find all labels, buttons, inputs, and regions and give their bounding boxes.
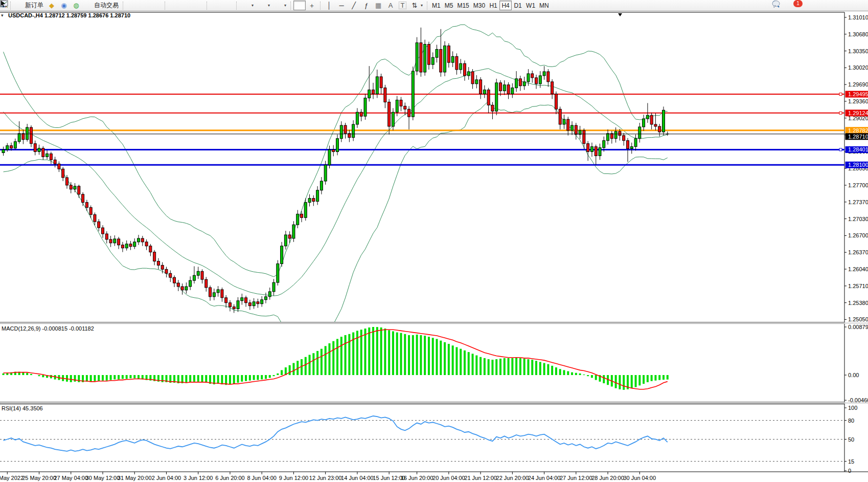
zoom-in-icon xyxy=(170,2,178,10)
fibonacci-tool-button[interactable]: ƒ xyxy=(360,1,372,10)
chevron-down-icon: ▾ xyxy=(268,3,270,8)
trendline-tool-button[interactable]: ╱ xyxy=(348,1,360,10)
chart-title-ohlc: USDCAD-,H4 1.28712 1.28759 1.28676 1.287… xyxy=(8,12,130,18)
timeframe-button-m5[interactable]: M5 xyxy=(443,1,455,10)
rsi-axis-label: 80 xyxy=(848,418,854,424)
new-order-button[interactable]: 新订单 xyxy=(13,1,45,10)
macd-axis-label: 0.00 xyxy=(848,372,859,378)
text-tool-button[interactable]: A xyxy=(384,1,397,10)
signals-icon: ◍ xyxy=(72,2,80,10)
price-axis-label: 1.26700 xyxy=(848,232,868,238)
auto-scroll-button[interactable] xyxy=(210,1,222,10)
template-icon xyxy=(274,2,282,10)
time-axis-label: 31 May 20:00 xyxy=(118,475,152,481)
horizontal-price-lines[interactable] xyxy=(0,93,844,165)
time-axis-label: 30 May 12:00 xyxy=(86,475,120,481)
time-axis-label: 24 May 2022 xyxy=(0,475,24,481)
price-axis-label: 1.30020 xyxy=(848,64,868,71)
chevron-down-icon: ▾ xyxy=(421,3,423,8)
vertical-line-icon: │ xyxy=(325,2,333,10)
price-axis-label: 1.27370 xyxy=(848,199,868,205)
toolbar-separator xyxy=(290,2,291,10)
time-axis-label: 3 Jun 12:00 xyxy=(184,475,213,481)
rsi-axis: 1008050150 xyxy=(844,405,857,474)
signals-button[interactable]: ◍ xyxy=(70,1,82,10)
arrows-tool-button[interactable]: ⇅▾ xyxy=(408,1,425,10)
notification-count-badge[interactable]: 1 xyxy=(793,0,803,7)
symbol-dropdown-icon[interactable]: ▾ xyxy=(1,13,4,18)
timeframe-button-m30[interactable]: M30 xyxy=(471,1,487,10)
templates-button[interactable]: ▾ xyxy=(272,1,288,10)
timeframe-button-d1[interactable]: D1 xyxy=(512,1,524,10)
time-axis[interactable]: 24 May 202225 May 20:0027 May 04:0030 Ma… xyxy=(0,472,656,481)
price-axis-label: 1.26370 xyxy=(848,249,868,255)
price-axis-label: 1.31010 xyxy=(848,14,868,20)
chart-area[interactable]: 1.310101.306801.303501.300201.296901.293… xyxy=(0,0,868,482)
horizontal-line-tool-button[interactable]: ─ xyxy=(335,1,348,10)
price-badge: 1.29495 xyxy=(848,91,868,97)
price-axis-label: 1.25380 xyxy=(848,300,868,306)
autotrading-button[interactable]: 自动交易 xyxy=(82,1,121,10)
bar-chart-mode-button[interactable] xyxy=(126,1,138,10)
fibonacci-icon: ƒ xyxy=(362,2,370,10)
timeframe-button-h4[interactable]: H4 xyxy=(499,1,512,10)
time-axis-label: 21 Jun 12:00 xyxy=(464,475,497,481)
timeframe-button-w1[interactable]: W1 xyxy=(524,1,537,10)
time-axis-label: 20 Jun 04:00 xyxy=(432,475,465,481)
tile-windows-icon xyxy=(194,2,202,10)
line-chart-mode-button[interactable] xyxy=(150,1,163,10)
macd-axis-label: 0.008791 xyxy=(848,324,868,330)
timeframe-button-mn[interactable]: MN xyxy=(537,1,551,10)
price-axis-label: 1.29690 xyxy=(848,81,868,87)
rsi-indicator-label: RSI(14) 45.3506 xyxy=(2,405,43,411)
time-axis-label: 24 Jun 04:00 xyxy=(528,475,561,481)
chart-shift-marker[interactable] xyxy=(618,13,622,16)
chart-shift-button[interactable] xyxy=(222,1,234,10)
timeframe-button-m1[interactable]: M1 xyxy=(430,1,443,10)
timeframe-button-m15[interactable]: M15 xyxy=(455,1,471,10)
rsi-name: RSI(14) xyxy=(2,405,21,411)
crosshair-tool-button[interactable]: ＋ xyxy=(306,1,318,10)
price-axis[interactable]: 1.310101.306801.303501.300201.296901.293… xyxy=(844,14,868,322)
periods-button[interactable]: ▾ xyxy=(256,1,272,10)
zoom-in-button[interactable] xyxy=(168,1,180,10)
candlestick-icon xyxy=(140,2,148,10)
price-axis-label: 1.25710 xyxy=(848,283,868,289)
main-toolbar: 新订单 ◆ ◉ ◍ 自动交易 ▾ ▾ ▾ ＋ │ ─ ╱ ƒ ▦ A T ⇅▾ … xyxy=(0,0,868,11)
tile-windows-button[interactable] xyxy=(192,1,204,10)
cursor-tool-button[interactable] xyxy=(293,1,306,10)
macd-histogram xyxy=(4,327,668,390)
macd-axis: 0.0087910.00-0.004601 xyxy=(844,324,868,403)
toolbar-separator xyxy=(236,2,237,10)
vertical-line-tool-button[interactable]: │ xyxy=(323,1,335,10)
price-axis-label: 1.25050 xyxy=(848,316,868,322)
pane-splitters[interactable] xyxy=(0,323,868,404)
toolbar-separator xyxy=(207,2,208,10)
bar-chart-icon xyxy=(128,2,136,10)
market-watch-button[interactable]: ◉ xyxy=(58,1,70,10)
time-axis-label: 25 May 20:00 xyxy=(22,475,56,481)
new-order-icon xyxy=(15,2,24,10)
zoom-out-button[interactable] xyxy=(180,1,192,10)
price-line-handle[interactable] xyxy=(839,93,842,96)
zoom-out-icon xyxy=(182,2,190,10)
time-axis-label: 12 Jun 23:00 xyxy=(309,475,342,481)
auto-scroll-icon xyxy=(212,2,220,10)
text-label-tool-button[interactable]: T xyxy=(397,1,408,10)
rsi-axis-label: 15 xyxy=(848,458,854,465)
time-axis-label: 16 Jun 20:00 xyxy=(401,475,433,481)
price-axis-label: 1.29360 xyxy=(848,98,868,104)
price-line-handle[interactable] xyxy=(839,112,842,114)
toolbar-separator xyxy=(10,2,11,10)
macd-axis-label: -0.004601 xyxy=(848,397,868,403)
rsi-axis-label: 50 xyxy=(848,436,854,443)
indicators-button[interactable]: ▾ xyxy=(239,1,256,10)
price-line-handle[interactable] xyxy=(839,148,842,151)
grid-tool-button[interactable]: ▦ xyxy=(372,1,384,10)
chart-profile-button[interactable]: ◆ xyxy=(45,1,58,10)
rsi-line xyxy=(4,416,668,451)
timeframe-button-h1[interactable]: H1 xyxy=(487,1,499,10)
crosshair-icon: ＋ xyxy=(308,2,316,10)
clock-icon xyxy=(258,2,266,10)
candlestick-mode-button[interactable] xyxy=(138,1,150,10)
